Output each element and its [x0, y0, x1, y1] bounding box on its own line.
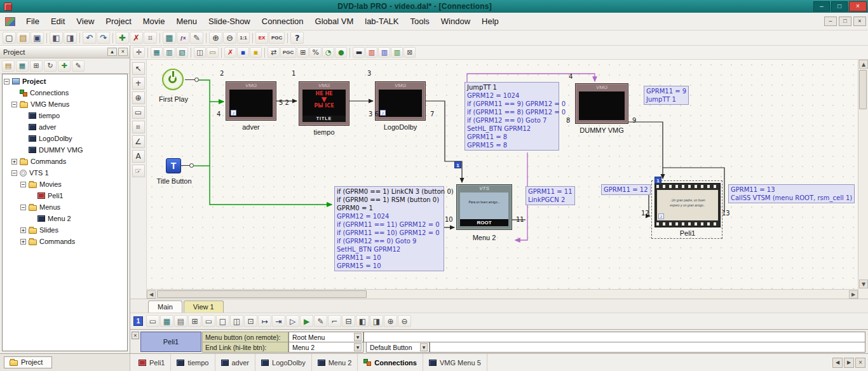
right-half-icon[interactable]: ◨ [370, 315, 383, 327]
panel-collapse-button[interactable]: ▴ [107, 48, 117, 56]
menu-global-vm[interactable]: Global VM [309, 14, 360, 29]
new-folder-icon[interactable]: ▤ [2, 60, 15, 72]
separator[interactable] [79, 33, 80, 43]
child-restore-button[interactable]: □ [839, 17, 851, 26]
slideshow-icon[interactable]: ▧ [176, 47, 188, 58]
film-strip-icon[interactable]: ▬ [353, 47, 365, 58]
node-peli1[interactable]: ..Un gran padre, un buen espero y un gra… [651, 180, 722, 239]
vm-command-box-menu2[interactable]: if (GPRM0 == 1) LinkCN 3 (button 0)if (G… [334, 186, 444, 271]
vertical-scroll-thumb[interactable] [859, 70, 867, 109]
copy-icon[interactable]: ◧ [50, 32, 63, 44]
edit-cell-icon[interactable]: ✎ [314, 315, 327, 327]
tab-main[interactable]: Main [148, 300, 182, 313]
new-project-icon[interactable]: ▢ [3, 32, 16, 44]
green-dot-icon[interactable]: ● [335, 47, 347, 58]
tree-item-adver[interactable]: adver [3, 121, 127, 133]
node-dummy-vmg[interactable]: VMG [575, 83, 628, 124]
zoom-actual-icon[interactable]: 1:1 [237, 32, 250, 44]
title-button-connector[interactable] [181, 165, 190, 166]
menu-file[interactable]: File [20, 14, 45, 29]
tree-item-vmg-menus[interactable]: − VMG Menus [3, 98, 127, 110]
node-menu2[interactable]: VTS Para un buen amigo... ROOT [456, 184, 512, 230]
tree-item-commands-vts[interactable]: + Commands [3, 236, 127, 247]
end-link-dropdown[interactable]: Menu 2 ▼ [288, 342, 363, 353]
tree-item-menu2[interactable]: Menu 2 [3, 213, 127, 224]
paste-icon[interactable]: ◨ [64, 32, 77, 44]
redo-icon[interactable]: ↷ [97, 32, 110, 44]
status-tab-vmg-menu5[interactable]: VMG Menu 5 [423, 354, 487, 371]
marquee-tool-icon[interactable]: ▭ [132, 106, 145, 119]
separator[interactable] [349, 48, 350, 58]
menu-tools[interactable]: Tools [404, 14, 435, 29]
chevron-down-icon[interactable]: ▼ [354, 333, 362, 341]
separator[interactable] [264, 48, 265, 58]
tree-expander[interactable]: + [20, 239, 26, 245]
close-button[interactable]: × [849, 1, 867, 11]
connections-canvas[interactable]: First Play VMG ♪ adver VMG [147, 60, 858, 289]
expand-all-icon[interactable]: ⊞ [30, 60, 43, 72]
status-tab-logodolby[interactable]: LogoDolby [255, 354, 312, 371]
rename-icon[interactable]: ✎ [72, 60, 85, 72]
node-adver[interactable]: VMG ♪ [226, 81, 276, 121]
route-icon[interactable]: ▭ [207, 47, 219, 58]
separator[interactable] [206, 33, 207, 43]
horizontal-scrollbar[interactable]: ◀ ▶ [147, 289, 858, 299]
list-view-icon[interactable]: ▦ [16, 60, 29, 72]
menu-lab-talk[interactable]: lab-TALK [359, 14, 404, 29]
tree-item-menus[interactable]: − Menus [3, 201, 127, 213]
open-project-icon[interactable]: ▤ [17, 32, 30, 44]
pan-tool-icon[interactable]: ☞ [132, 165, 145, 177]
end-jump-icon[interactable]: ⇥ [272, 315, 285, 327]
pgc-play-icon[interactable]: PGC [269, 32, 285, 44]
menu-grid-icon[interactable]: ▦ [160, 315, 173, 327]
blue-chip-icon[interactable]: ▪ [237, 47, 249, 58]
separator[interactable] [112, 33, 113, 43]
child-minimize-button[interactable]: – [824, 17, 837, 26]
vm-command-box-gprm11-11[interactable]: GPRM11 = 11LinkPGCN 2 [526, 186, 575, 205]
menu-slideshow[interactable]: Slide-Show [203, 14, 256, 29]
tree-expander[interactable]: + [20, 227, 26, 233]
delete-icon[interactable]: ✗ [130, 32, 143, 44]
zoom-out-icon[interactable]: ⊖ [223, 32, 236, 44]
break-link-icon[interactable]: ✗ [224, 47, 236, 58]
add-connection-icon[interactable]: ⊞ [297, 47, 309, 58]
reorder-icon[interactable]: ⇄ [268, 47, 280, 58]
remove-round-icon[interactable]: ⊖ [398, 315, 411, 327]
project-panel-tab[interactable]: Project [4, 356, 52, 368]
tab-scroll-right-button[interactable]: ▶ [844, 358, 854, 368]
zoom-in-icon[interactable]: ⊕ [209, 32, 222, 44]
properties-close-button[interactable]: × [132, 332, 139, 339]
tree-item-peli1[interactable]: Peli1 [3, 190, 127, 201]
project-tree[interactable]: − Project Connections − VMG Menus tiempo [2, 74, 128, 351]
tree-item-vts1[interactable]: − VTS 1 [3, 167, 127, 179]
zoom-tool-icon[interactable]: ⊕ [132, 91, 145, 104]
vts-menu-icon[interactable]: ▥ [163, 47, 175, 58]
route-corner-icon[interactable]: ⌐ [328, 315, 341, 327]
status-tab-connections[interactable]: Connections [358, 354, 423, 371]
node-tiempo[interactable]: VMG НЕ НЕ ▼ РЫ ICE TITLE [299, 81, 349, 126]
scroll-left-button[interactable]: ◀ [147, 290, 156, 299]
edit-icon[interactable]: ✎ [190, 32, 203, 44]
child-close-button[interactable]: × [853, 17, 866, 26]
export-icon[interactable]: EX [255, 32, 268, 44]
center-dot-icon[interactable]: ⊡ [244, 315, 257, 327]
align-grid-icon[interactable]: ⌗ [144, 32, 157, 44]
menu-movie[interactable]: Movie [137, 14, 171, 29]
node-logodolby[interactable]: VMG ♪ [375, 81, 426, 121]
text-tool-icon[interactable]: A [132, 150, 145, 163]
tree-item-tiempo[interactable]: tiempo [3, 110, 127, 121]
close-view-icon[interactable]: ⊠ [403, 47, 416, 58]
vm-command-box-gprm11-9[interactable]: GPRM11 = 9JumpTT 1 [644, 86, 689, 105]
tab-view1[interactable]: View 1 [184, 300, 224, 313]
status-tab-menu2[interactable]: Menu 2 [312, 354, 358, 371]
tab-close-button[interactable]: × [855, 358, 865, 368]
tree-expander[interactable]: − [20, 205, 26, 210]
tree-item-slides[interactable]: + Slides [3, 224, 127, 236]
add-asset-icon[interactable]: ✚ [116, 32, 129, 44]
play-outline-icon[interactable]: ▷ [286, 315, 299, 327]
save-project-icon[interactable]: ▣ [31, 32, 44, 44]
tree-expander[interactable]: − [20, 182, 26, 187]
vm-command-box-jumptt[interactable]: JumpTT 1GPRM12 = 1024if (GPRM11 == 9) GP… [465, 82, 559, 151]
wide-frame-icon[interactable]: ▭ [202, 315, 215, 327]
compile-icon[interactable]: ▦ [163, 32, 176, 44]
